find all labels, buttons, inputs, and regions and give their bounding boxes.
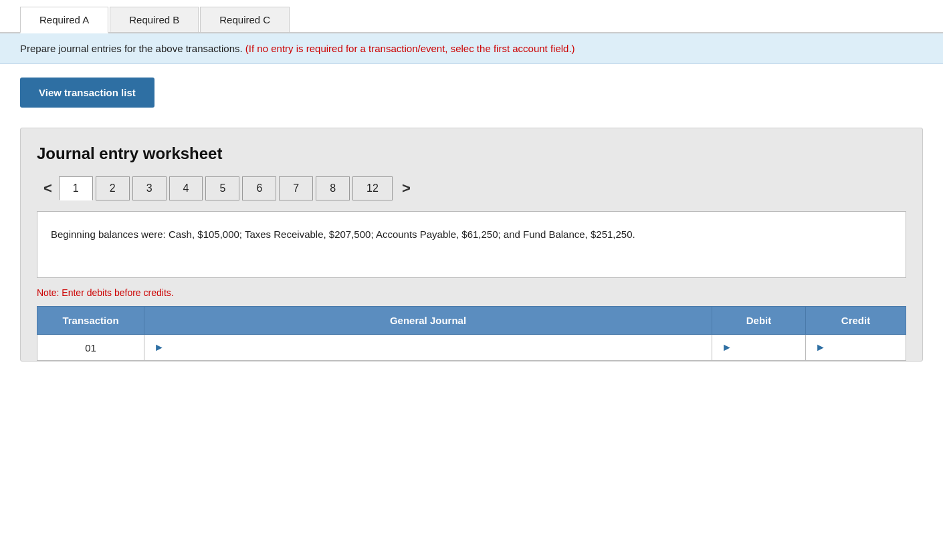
entry-tab-12[interactable]: 12 xyxy=(352,176,393,200)
debit-arrow-icon: ► xyxy=(719,341,735,353)
entry-tab-2[interactable]: 2 xyxy=(96,176,130,200)
nav-tabs-row: < 1 2 3 4 5 6 7 8 12 > xyxy=(37,176,906,200)
tab-required-b[interactable]: Required B xyxy=(110,7,199,32)
description-box: Beginning balances were: Cash, $105,000;… xyxy=(37,211,906,278)
th-debit: Debit xyxy=(712,307,806,335)
tabs-row: Required A Required B Required C xyxy=(0,0,943,33)
journal-table: Transaction General Journal Debit Credit… xyxy=(37,306,906,361)
entry-tab-4[interactable]: 4 xyxy=(169,176,203,200)
th-credit: Credit xyxy=(806,307,906,335)
worksheet-title: Journal entry worksheet xyxy=(37,144,906,163)
entry-tab-3[interactable]: 3 xyxy=(132,176,167,200)
td-credit[interactable]: ► xyxy=(806,335,906,361)
entry-tabs: 1 2 3 4 5 6 7 8 12 xyxy=(59,176,395,200)
entry-tab-7[interactable]: 7 xyxy=(279,176,313,200)
th-general-journal: General Journal xyxy=(144,307,712,335)
view-transaction-list-button[interactable]: View transaction list xyxy=(20,78,154,108)
entry-tab-6[interactable]: 6 xyxy=(242,176,276,200)
td-debit[interactable]: ► xyxy=(712,335,806,361)
td-general-journal[interactable]: ► xyxy=(144,335,712,361)
nav-prev-button[interactable]: < xyxy=(37,177,59,200)
entry-tab-8[interactable]: 8 xyxy=(316,176,350,200)
tab-required-a[interactable]: Required A xyxy=(20,7,108,33)
note-text: Note: Enter debits before credits. xyxy=(37,287,906,298)
th-transaction: Transaction xyxy=(37,307,144,335)
info-banner: Prepare journal entries for the above tr… xyxy=(0,33,943,64)
info-text-red: (If no entry is required for a transacti… xyxy=(243,43,575,54)
info-text-black: Prepare journal entries for the above tr… xyxy=(20,43,243,54)
td-transaction: 01 xyxy=(37,335,144,361)
worksheet-container: Journal entry worksheet < 1 2 3 4 5 6 7 … xyxy=(20,128,923,362)
tab-required-c[interactable]: Required C xyxy=(200,7,290,32)
entry-tab-5[interactable]: 5 xyxy=(205,176,239,200)
nav-next-button[interactable]: > xyxy=(395,177,417,200)
general-journal-arrow-icon: ► xyxy=(151,341,167,354)
entry-tab-1[interactable]: 1 xyxy=(59,176,93,200)
table-row: 01 ► ► ► xyxy=(37,335,906,361)
credit-arrow-icon: ► xyxy=(813,341,829,353)
